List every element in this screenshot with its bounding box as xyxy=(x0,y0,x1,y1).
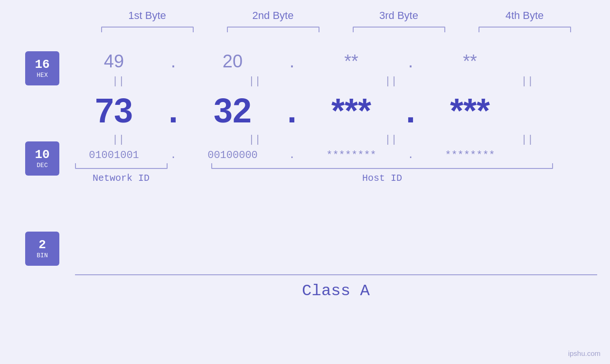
eq-cell-3: || xyxy=(339,75,443,87)
eq-cell-4: || xyxy=(475,75,580,87)
hex-badge-num: 16 xyxy=(35,58,49,72)
bracket-4 xyxy=(479,27,571,32)
col-header-3: 3rd Byte xyxy=(347,9,451,22)
class-label: Class A xyxy=(302,282,370,300)
eq2-cell-2: || xyxy=(202,134,307,146)
bin-sep-3: . xyxy=(404,149,418,161)
dec-cell-2: 32 xyxy=(180,91,285,130)
bin-cell-3: ******** xyxy=(299,149,404,161)
col-header-1: 1st Byte xyxy=(95,9,199,22)
hex-cell-2: 20 xyxy=(180,51,285,72)
dec-badge-num: 10 xyxy=(35,148,49,162)
eq-row-1: || || || || xyxy=(62,72,584,91)
host-id-label: Host ID xyxy=(362,173,402,184)
hex-sep-2: . xyxy=(285,51,299,72)
col-header-2: 2nd Byte xyxy=(221,9,325,22)
dec-val-1: 73 xyxy=(95,92,133,130)
col-header-4: 4th Byte xyxy=(472,9,577,22)
dec-badge: 10 DEC xyxy=(25,141,59,176)
hex-sep-3: . xyxy=(404,51,418,72)
bin-cell-1: 01001001 xyxy=(62,149,166,161)
badges-and-grid: 16 HEX 10 DEC 2 BIN 49 xyxy=(0,47,610,266)
bin-val-3: ******** xyxy=(326,149,376,161)
badges-stack: 16 HEX 10 DEC 2 BIN xyxy=(0,47,62,266)
bin-sep-1: . xyxy=(166,149,180,161)
bin-badge: 2 BIN xyxy=(25,232,59,266)
bin-val-1: 01001001 xyxy=(89,149,139,161)
dec-val-2: 32 xyxy=(214,92,252,130)
eq2-sep-s2 xyxy=(316,134,330,146)
network-id-bracket xyxy=(75,163,168,169)
bin-cell-2: 00100000 xyxy=(180,149,285,161)
network-id-label: Network ID xyxy=(93,173,150,184)
hex-cell-3: ** xyxy=(299,51,404,72)
dec-val-3: *** xyxy=(331,92,371,130)
eq2-cell-4: || xyxy=(475,134,580,146)
hex-badge: 16 HEX xyxy=(25,51,59,85)
bracket-2 xyxy=(227,27,319,32)
eq-row-2: || || || || xyxy=(62,130,584,149)
bottom-bracket-container: Network ID Host ID xyxy=(62,163,584,184)
hex-sep-1: . xyxy=(166,51,180,72)
hex-val-4: ** xyxy=(463,51,477,71)
eq-sep-s2 xyxy=(316,75,330,87)
header-row: 1st Byte 2nd Byte 3rd Byte 4th Byte xyxy=(84,9,588,22)
bin-cell-4: ******** xyxy=(418,149,522,161)
eq-cell-1: || xyxy=(66,75,170,87)
dec-cell-1: 73 xyxy=(62,91,166,130)
bin-badge-label: BIN xyxy=(37,252,47,259)
hex-val-2: 20 xyxy=(223,51,243,71)
class-section: Class A xyxy=(75,274,597,300)
eq2-cell-3: || xyxy=(339,134,443,146)
dec-cell-4: *** xyxy=(418,91,522,130)
network-id-bracket-wrap: Network ID xyxy=(62,163,180,184)
host-id-bracket-wrap: Host ID xyxy=(180,163,584,184)
bin-val-2: 00100000 xyxy=(207,149,258,161)
dec-sep-3: . xyxy=(404,91,418,130)
eq-sep-s1 xyxy=(179,75,194,87)
bin-badge-num: 2 xyxy=(38,238,46,252)
main-container: 1st Byte 2nd Byte 3rd Byte 4th Byte 16 H… xyxy=(0,0,610,364)
hex-val-3: ** xyxy=(344,51,358,71)
bin-row: 01001001 . 00100000 . ******** . *******… xyxy=(62,149,584,161)
bracket-1 xyxy=(101,27,194,32)
hex-badge-label: HEX xyxy=(37,72,47,79)
eq-cell-2: || xyxy=(202,75,307,87)
grid-area: 49 . 20 . ** . ** || || xyxy=(62,47,610,184)
host-id-bracket xyxy=(211,163,553,169)
dec-cell-3: *** xyxy=(299,91,404,130)
dec-val-4: *** xyxy=(450,92,490,130)
bin-sep-2: . xyxy=(285,149,299,161)
bin-val-4: ******** xyxy=(445,149,495,161)
hex-cell-1: 49 xyxy=(62,51,166,72)
dec-row: 73 . 32 . *** . *** xyxy=(62,91,584,130)
hex-row: 49 . 20 . ** . ** xyxy=(62,51,584,72)
watermark: ipshu.com xyxy=(568,349,601,357)
dec-sep-1: . xyxy=(166,91,180,130)
eq-sep-s3 xyxy=(452,75,466,87)
eq2-sep-s1 xyxy=(179,134,194,146)
bracket-3 xyxy=(353,27,445,32)
hex-cell-4: ** xyxy=(418,51,522,72)
top-bracket-row xyxy=(84,27,588,32)
eq2-sep-s3 xyxy=(452,134,466,146)
dec-badge-label: DEC xyxy=(37,162,47,169)
dec-sep-2: . xyxy=(285,91,299,130)
hex-val-1: 49 xyxy=(104,51,124,71)
eq2-cell-1: || xyxy=(66,134,170,146)
